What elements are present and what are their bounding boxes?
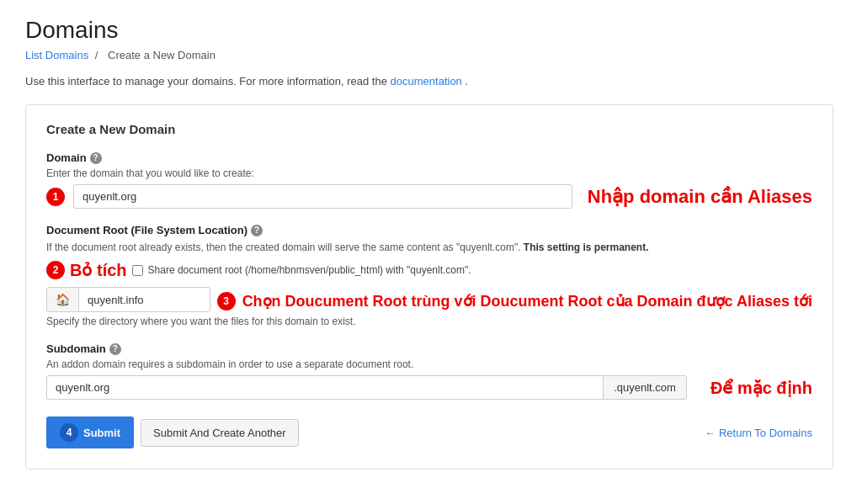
intro-text: Use this interface to manage your domain… <box>25 75 837 88</box>
button-row: 4 Submit Submit And Create Another ← Ret… <box>46 416 812 448</box>
subdomain-hint: An addon domain requires a subdomain in … <box>46 358 812 370</box>
step-4-badge: 4 <box>60 423 78 442</box>
documentation-link[interactable]: documentation <box>391 75 462 88</box>
step-1-badge: 1 <box>46 188 65 206</box>
bo-tich-annotation: Bỏ tích <box>70 260 127 280</box>
page-title: Domains <box>25 17 837 44</box>
share-docroot-checkbox[interactable] <box>132 265 143 276</box>
domain-input[interactable] <box>73 184 572 209</box>
docroot-home-icon: 🏠 <box>47 288 79 311</box>
subdomain-help-icon[interactable]: ? <box>109 343 121 355</box>
return-to-domains-link[interactable]: ← Return To Domains <box>705 427 812 439</box>
docroot-hint: Specify the directory where you want the… <box>46 316 812 327</box>
step-3-badge: 3 <box>217 292 236 310</box>
step-2-badge: 2 <box>46 261 65 279</box>
submit-button-group: 4 Submit Submit And Create Another <box>46 416 299 448</box>
breadcrumb: List Domains / Create a New Domain <box>25 49 837 61</box>
breadcrumb-separator: / <box>95 49 98 61</box>
subdomain-field-group: Subdomain ? An addon domain requires a s… <box>46 342 812 400</box>
docroot-label: Document Root (File System Location) ? <box>46 224 812 236</box>
share-docroot-label: Share document root (/home/hbnmsven/publ… <box>148 264 471 276</box>
subdomain-annotation: Để mặc định <box>710 378 812 398</box>
subdomain-input[interactable] <box>46 375 603 400</box>
create-domain-card: Create a New Domain Domain ? Enter the d… <box>25 104 833 470</box>
breadcrumb-list-domains[interactable]: List Domains <box>25 49 88 61</box>
breadcrumb-current: Create a New Domain <box>108 49 216 61</box>
docroot-desc: If the document root already exists, the… <box>46 240 812 255</box>
docroot-input[interactable] <box>79 289 210 311</box>
share-docroot-row: 2 Bỏ tích Share document root (/home/hbn… <box>46 260 812 280</box>
docroot-annotation: Chọn Doucument Root trùng với Doucument … <box>242 292 812 310</box>
subdomain-label: Subdomain ? <box>46 342 812 355</box>
arrow-left-icon: ← <box>705 427 716 439</box>
subdomain-suffix: .quyenlt.com <box>603 375 687 400</box>
card-title: Create a New Domain <box>46 122 812 136</box>
domain-label: Domain ? <box>46 151 812 164</box>
submit-button[interactable]: 4 Submit <box>46 416 134 448</box>
domain-field-group: Domain ? Enter the domain that you would… <box>46 151 812 209</box>
docroot-field-group: Document Root (File System Location) ? I… <box>46 224 812 327</box>
domain-help-icon[interactable]: ? <box>90 152 102 164</box>
docroot-annotation-row: 🏠 3 Chọn Doucument Root trùng với Doucum… <box>46 287 812 316</box>
submit-and-create-another-button[interactable]: Submit And Create Another <box>141 419 299 447</box>
docroot-help-icon[interactable]: ? <box>251 225 263 236</box>
domain-hint: Enter the domain that you would like to … <box>46 167 812 179</box>
domain-annotation: Nhập domain cần Aliases <box>588 186 812 208</box>
